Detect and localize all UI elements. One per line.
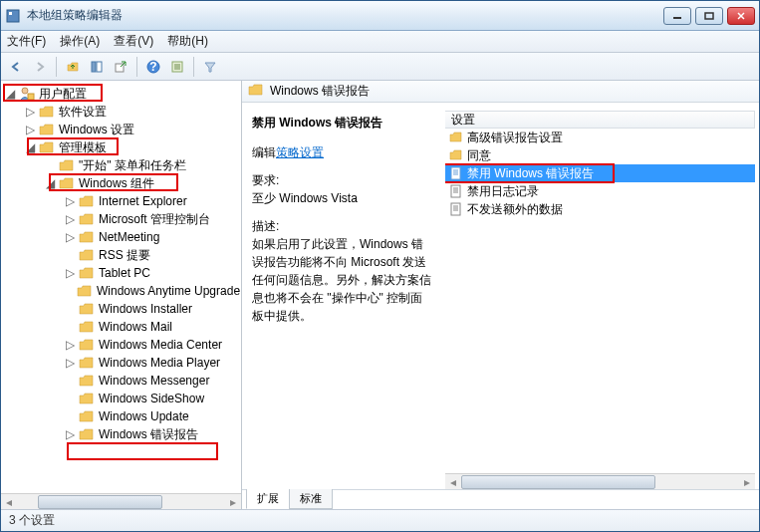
tree-node-mediacenter[interactable]: ▷Windows Media Center xyxy=(1,336,241,354)
view-tabs: 扩展 标准 xyxy=(242,489,759,509)
settings-list-column: 设置 高级错误报告设置 同意 禁用 Windows 错误报告 xyxy=(441,103,759,489)
up-folder-button[interactable] xyxy=(62,56,84,78)
tree-node-mmc[interactable]: ▷Microsoft 管理控制台 xyxy=(1,210,241,228)
minimize-button[interactable] xyxy=(663,7,691,25)
folder-icon xyxy=(79,265,95,281)
tree-label: Windows 设置 xyxy=(59,122,134,138)
tree-node-sideshow[interactable]: ▷Windows SideShow xyxy=(1,390,241,407)
expand-icon[interactable]: ▷ xyxy=(65,429,76,440)
tree-node-admin-templates[interactable]: ◢ 管理模板 xyxy=(1,138,241,156)
folder-icon xyxy=(449,131,463,144)
toolbar-separator xyxy=(56,57,57,77)
settings-list[interactable]: 高级错误报告设置 同意 禁用 Windows 错误报告 禁用日志记录 xyxy=(445,129,755,473)
user-config-icon xyxy=(19,86,35,102)
svg-rect-21 xyxy=(451,185,460,197)
tree-label: Microsoft 管理控制台 xyxy=(99,211,210,228)
menu-help[interactable]: 帮助(H) xyxy=(167,33,208,50)
expand-icon[interactable]: ▷ xyxy=(65,268,76,279)
show-hide-tree-button[interactable] xyxy=(86,56,108,78)
app-icon xyxy=(5,8,21,24)
export-button[interactable] xyxy=(110,56,131,78)
tree-label: 用户配置 xyxy=(39,86,87,103)
settings-item-disable-wer[interactable]: 禁用 Windows 错误报告 xyxy=(445,164,755,182)
close-button[interactable] xyxy=(727,7,755,25)
tree-node-update[interactable]: ▷Windows Update xyxy=(1,407,241,425)
folder-icon xyxy=(79,211,95,227)
selected-policy-title: 禁用 Windows 错误报告 xyxy=(252,115,431,132)
tree-node-anytime[interactable]: ▷Windows Anytime Upgrade xyxy=(1,282,241,300)
edit-policy-link[interactable]: 策略设置 xyxy=(276,145,324,159)
tree-node-installer[interactable]: ▷Windows Installer xyxy=(1,300,241,318)
maximize-button[interactable] xyxy=(695,7,723,25)
folder-icon xyxy=(59,157,75,173)
tree-node-software-settings[interactable]: ▷ 软件设置 xyxy=(1,103,241,121)
menubar: 文件(F) 操作(A) 查看(V) 帮助(H) xyxy=(1,31,759,53)
svg-rect-3 xyxy=(705,13,713,19)
tree-node-rss[interactable]: ▷RSS 提要 xyxy=(1,246,241,264)
tree-node-user-config[interactable]: ◢ 用户配置 xyxy=(1,85,241,103)
settings-item-label: 同意 xyxy=(467,147,491,164)
tree-label: Windows SideShow xyxy=(99,392,204,405)
settings-column-header[interactable]: 设置 xyxy=(445,111,755,129)
tree-label: Windows Installer xyxy=(99,302,192,316)
policy-icon xyxy=(449,202,463,216)
folder-icon xyxy=(79,373,95,389)
collapse-icon[interactable]: ◢ xyxy=(45,178,56,189)
tree-node-mail[interactable]: ▷Windows Mail xyxy=(1,318,241,336)
folder-icon xyxy=(79,301,95,317)
tree-node-error-reporting[interactable]: ▷Windows 错误报告 xyxy=(1,425,241,443)
folder-icon xyxy=(39,122,55,137)
expand-icon[interactable]: ▷ xyxy=(65,214,76,225)
filter-button[interactable] xyxy=(199,56,221,78)
folder-icon xyxy=(79,337,95,353)
tree-node-messenger[interactable]: ▷Windows Messenger xyxy=(1,372,241,390)
settings-item-advanced[interactable]: 高级错误报告设置 xyxy=(445,129,755,146)
svg-rect-1 xyxy=(9,12,12,15)
settings-item-label: 高级错误报告设置 xyxy=(467,130,563,146)
tree-label: 软件设置 xyxy=(59,104,107,121)
back-button[interactable] xyxy=(5,56,27,78)
policy-tree[interactable]: ◢ 用户配置 ▷ 软件设置 ▷ Windows 设置 ◢ 管理模 xyxy=(1,85,241,443)
tab-extended[interactable]: 扩展 xyxy=(246,489,290,509)
tab-standard[interactable]: 标准 xyxy=(289,489,333,509)
folder-icon xyxy=(39,104,55,120)
expand-icon[interactable]: ▷ xyxy=(25,125,36,135)
expand-icon[interactable]: ▷ xyxy=(65,196,76,207)
svg-text:?: ? xyxy=(149,60,156,74)
tree-label: 管理模板 xyxy=(59,139,107,156)
collapse-icon[interactable]: ◢ xyxy=(5,89,16,100)
svg-rect-7 xyxy=(97,62,102,72)
expand-icon[interactable]: ▷ xyxy=(65,340,76,351)
folder-icon xyxy=(79,193,95,209)
properties-button[interactable] xyxy=(166,56,188,78)
help-button[interactable]: ? xyxy=(142,56,164,78)
tree-label: Windows Anytime Upgrade xyxy=(97,284,240,298)
toolbar-separator xyxy=(136,57,137,77)
expand-icon[interactable]: ▷ xyxy=(25,107,36,118)
folder-icon xyxy=(79,408,95,424)
edit-label: 编辑 xyxy=(252,145,276,159)
left-horizontal-scrollbar[interactable]: ◂ ▸ xyxy=(1,493,241,509)
collapse-icon[interactable]: ◢ xyxy=(25,142,36,153)
tree-node-ie[interactable]: ▷Internet Explorer xyxy=(1,192,241,210)
expand-icon[interactable]: ▷ xyxy=(65,358,76,369)
tree-node-windows-components[interactable]: ◢ Windows 组件 xyxy=(1,174,241,192)
tree-node-windows-settings[interactable]: ▷ Windows 设置 xyxy=(1,121,241,138)
menu-view[interactable]: 查看(V) xyxy=(114,33,153,50)
svg-point-15 xyxy=(22,88,28,94)
tree-node-tabletpc[interactable]: ▷Tablet PC xyxy=(1,264,241,282)
folder-icon xyxy=(79,229,95,245)
tree-node-start-taskbar[interactable]: ▷ "开始" 菜单和任务栏 xyxy=(1,156,241,174)
settings-item-no-extra[interactable]: 不发送额外的数据 xyxy=(445,200,755,218)
menu-file[interactable]: 文件(F) xyxy=(7,33,46,50)
forward-button[interactable] xyxy=(29,56,51,78)
right-horizontal-scrollbar[interactable]: ◂ ▸ xyxy=(445,473,755,489)
tree-node-netmeeting[interactable]: ▷NetMeeting xyxy=(1,228,241,246)
menu-action[interactable]: 操作(A) xyxy=(60,33,100,50)
description-label: 描述: xyxy=(252,219,279,233)
tree-node-mediaplayer[interactable]: ▷Windows Media Player xyxy=(1,354,241,372)
expand-icon[interactable]: ▷ xyxy=(65,232,76,243)
tree-label: Windows Update xyxy=(99,409,189,423)
settings-item-disable-log[interactable]: 禁用日志记录 xyxy=(445,182,755,200)
settings-item-consent[interactable]: 同意 xyxy=(445,146,755,164)
